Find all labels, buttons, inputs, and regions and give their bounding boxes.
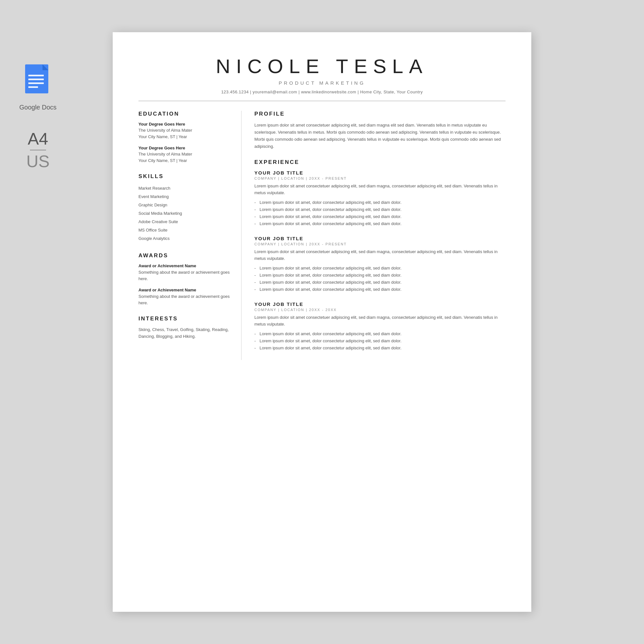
award-desc-2: Something about the award or achievement… [138,293,232,306]
edu-school-1: The University of Alma Mater [138,127,232,134]
award-entry-2: Award or Achievement Name Something abou… [138,288,232,306]
experience-section: EXPERIENCE YOUR JOB TITLECOMPANY | LOCAT… [254,159,506,352]
edu-entry-2: Your Degree Goes Here The University of … [138,146,232,164]
job-bullet-3-2: Lorem ipsum dolor sit amet, dolor consec… [254,337,506,345]
job-meta-2: COMPANY | LOCATION | 20XX - PRESENT [254,242,506,246]
job-title-2: YOUR JOB TITLE [254,236,506,241]
profile-title: PROFILE [254,111,506,117]
awards-section: AWARDS Award or Achievement Name Somethi… [138,252,232,306]
size-labels: A4 US [26,130,50,170]
resume-header: NICOLE TESLA PRODUCT MARKETING 123.456.1… [138,55,506,94]
job-desc-1: Lorem ipsum dolor sit amet consectetuer … [254,183,506,196]
education-title: EDUCATION [138,111,232,117]
profile-text: Lorem ipsum dolor sit amet consectetuer … [254,122,506,150]
edu-entry-1: Your Degree Goes Here The University of … [138,122,232,140]
job-bullet-1-4: Lorem ipsum dolor sit amet, dolor consec… [254,220,506,227]
svg-rect-3 [28,79,44,80]
job-bullet-2-4: Lorem ipsum dolor sit amet, dolor consec… [254,286,506,293]
award-name-2: Award or Achievement Name [138,288,232,292]
job-title-3: YOUR JOB TITLE [254,301,506,307]
google-docs-icon [24,64,52,100]
award-name-1: Award or Achievement Name [138,263,232,268]
size-a4-label: A4 [28,130,48,147]
svg-rect-5 [28,86,38,88]
job-entry-1: YOUR JOB TITLECOMPANY | LOCATION | 20XX … [254,170,506,227]
size-divider [30,150,46,150]
svg-rect-4 [28,82,44,84]
job-bullets-2: Lorem ipsum dolor sit amet, dolor consec… [254,265,506,293]
jobs-list: YOUR JOB TITLECOMPANY | LOCATION | 20XX … [254,170,506,352]
education-section: EDUCATION Your Degree Goes Here The Univ… [138,111,232,164]
interests-title: INTERESTS [138,316,232,322]
job-bullets-3: Lorem ipsum dolor sit amet, dolor consec… [254,330,506,352]
resume-contact: 123.456.1234 | youremail@email.com | www… [138,90,506,94]
edu-school-2: The University of Alma Mater [138,151,232,157]
resume-name: NICOLE TESLA [138,55,506,78]
left-column: EDUCATION Your Degree Goes Here The Univ… [138,111,241,360]
edu-degree-1: Your Degree Goes Here [138,122,232,127]
job-title-1: YOUR JOB TITLE [254,170,506,175]
job-bullet-1-1: Lorem ipsum dolor sit amet, dolor consec… [254,199,506,206]
skills-section: SKILLS Market ResearchEvent MarketingGra… [138,173,232,243]
resume-body: EDUCATION Your Degree Goes Here The Univ… [138,111,506,360]
google-docs-label: Google Docs [19,104,57,111]
award-desc-1: Something about the award or achievement… [138,269,232,282]
skill-item: Market Research [138,184,232,193]
right-column: PROFILE Lorem ipsum dolor sit amet conse… [241,111,506,360]
job-entry-2: YOUR JOB TITLECOMPANY | LOCATION | 20XX … [254,236,506,293]
job-bullets-1: Lorem ipsum dolor sit amet, dolor consec… [254,199,506,227]
header-divider [138,101,506,101]
skill-item: Adobe Creative Suite [138,218,232,226]
profile-section: PROFILE Lorem ipsum dolor sit amet conse… [254,111,506,150]
skill-item: MS Office Suite [138,226,232,234]
edu-location-1: Your City Name, ST | Year [138,134,232,140]
skills-list: Market ResearchEvent MarketingGraphic De… [138,184,232,243]
left-sidebar: Google Docs A4 US [19,64,57,170]
google-docs-badge: Google Docs [19,64,57,111]
skill-item: Google Analytics [138,234,232,243]
job-desc-2: Lorem ipsum dolor sit amet consectetuer … [254,249,506,262]
job-bullet-3-3: Lorem ipsum dolor sit amet, dolor consec… [254,345,506,352]
resume-paper: NICOLE TESLA PRODUCT MARKETING 123.456.1… [113,32,531,612]
award-entry-1: Award or Achievement Name Something abou… [138,263,232,282]
svg-rect-2 [28,75,44,76]
edu-location-2: Your City Name, ST | Year [138,157,232,164]
job-bullet-2-2: Lorem ipsum dolor sit amet, dolor consec… [254,272,506,279]
skills-title: SKILLS [138,173,232,180]
job-bullet-3-1: Lorem ipsum dolor sit amet, dolor consec… [254,330,506,337]
job-bullet-2-1: Lorem ipsum dolor sit amet, dolor consec… [254,265,506,272]
interests-text: Skiing, Chess, Travel, Golfing, Skating,… [138,327,232,340]
job-meta-1: COMPANY | LOCATION | 20XX - PRESENT [254,176,506,180]
skill-item: Event Marketing [138,193,232,201]
job-bullet-2-3: Lorem ipsum dolor sit amet, dolor consec… [254,279,506,286]
edu-degree-2: Your Degree Goes Here [138,146,232,150]
interests-section: INTERESTS Skiing, Chess, Travel, Golfing… [138,316,232,340]
job-entry-3: YOUR JOB TITLECOMPANY | LOCATION | 20XX … [254,301,506,352]
job-meta-3: COMPANY | LOCATION | 20XX - 20XX [254,308,506,312]
job-bullet-1-2: Lorem ipsum dolor sit amet, dolor consec… [254,206,506,213]
resume-title: PRODUCT MARKETING [138,80,506,86]
awards-title: AWARDS [138,252,232,259]
size-us-label: US [26,153,50,170]
skill-item: Social Media Marketing [138,209,232,218]
job-desc-3: Lorem ipsum dolor sit amet consectetuer … [254,314,506,328]
skill-item: Graphic Design [138,201,232,209]
experience-title: EXPERIENCE [254,159,506,166]
job-bullet-1-3: Lorem ipsum dolor sit amet, dolor consec… [254,213,506,220]
